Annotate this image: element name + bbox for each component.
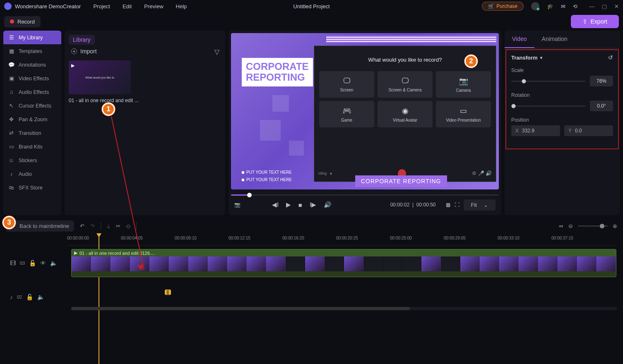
library-panel: Library ▽ + Import ▶ What would you like… — [65, 31, 225, 215]
main-area: ☰My Library ▦Templates 💬Annotations ▣Vid… — [0, 31, 623, 215]
main-menu: Project Edit Preview Help — [93, 3, 187, 10]
undo-icon[interactable]: ↶ — [80, 223, 84, 229]
sidebar-item-label: SFX Store — [19, 185, 43, 191]
purchase-button[interactable]: 🛒 Purchase — [482, 2, 524, 11]
rotation-label: Rotation — [511, 92, 613, 98]
record-button[interactable]: Record — [4, 16, 41, 27]
lock-icon[interactable]: 🔓 — [29, 260, 36, 266]
preview-canvas[interactable]: CORPORATEREPORTING PUT YOUR TEXT HERE PU… — [231, 33, 499, 189]
stop-icon[interactable]: ■ — [298, 201, 302, 208]
ruler-tick: 00:00:12:15 — [229, 236, 250, 240]
import-button[interactable]: + Import — [69, 45, 221, 58]
minimize-icon[interactable]: — — [589, 3, 594, 10]
fit-dropdown[interactable]: Fit ⌄ — [464, 199, 496, 211]
crop-icon[interactable]: ⟂ — [107, 223, 110, 229]
zoom-slider[interactable] — [578, 225, 608, 227]
ruler-tick: 00:00:04:05 — [121, 236, 143, 240]
tab-video[interactable]: Video — [505, 31, 534, 48]
sidebar-item-templates[interactable]: ▦Templates — [3, 44, 61, 58]
eye-icon[interactable]: 👁 — [40, 260, 46, 266]
filter-icon[interactable]: ▽ — [214, 48, 219, 56]
sidebar-item-transition[interactable]: ⇄Transition — [3, 126, 61, 140]
camera-icon: 📷 — [459, 77, 468, 86]
music-icon: ♪ — [10, 294, 13, 300]
back-label: Back to maintimeline — [19, 223, 69, 229]
position-y-field[interactable]: Y0.0 — [564, 125, 613, 136]
track-number: 03 — [20, 261, 25, 266]
reset-icon[interactable]: ↺ — [608, 54, 613, 61]
mail-icon[interactable]: ✉ — [561, 3, 565, 10]
rec-option-screencamera: 🖵Screen & Camera — [378, 71, 433, 98]
avatar-icon: ◉ — [402, 106, 409, 115]
properties-panel: Video Animation Transform ▾ ↺ Scale 76% … — [505, 31, 620, 215]
menu-edit[interactable]: Edit — [123, 3, 132, 10]
split-icon[interactable]: ✂ — [116, 223, 120, 229]
mute-icon[interactable]: 🔈 — [37, 294, 44, 300]
export-button[interactable]: ⇪ Export — [571, 15, 619, 28]
menu-project[interactable]: Project — [93, 3, 110, 10]
back-button[interactable]: ← Back to maintimeline — [6, 220, 74, 232]
marker-icon[interactable]: ◇ — [126, 223, 130, 229]
chevron-down-icon[interactable]: ▾ — [540, 55, 542, 60]
position-x-field[interactable]: X332.9 — [511, 125, 560, 136]
timeline: 00:00:00:0000:00:04:0500:00:08:1000:00:1… — [0, 234, 623, 310]
menu-preview[interactable]: Preview — [144, 3, 163, 10]
ruler-tick: 00:00:29:05 — [444, 236, 466, 240]
sidebar-item-mylibrary[interactable]: ☰My Library — [3, 31, 61, 44]
lock-icon[interactable]: 🔓 — [26, 294, 33, 300]
redo-icon[interactable]: ↷ — [90, 223, 95, 229]
clip-name: 01 - all in one record and edit ... — [69, 98, 221, 103]
sidebar-item-cursoreffects[interactable]: ↖Cursor Effects — [3, 99, 61, 113]
next-frame-icon[interactable]: Ⅰ▶ — [310, 201, 316, 208]
scrub-bar[interactable] — [231, 193, 499, 197]
graduation-icon[interactable]: 🎓 — [547, 3, 553, 10]
fullscreen-icon[interactable]: ⛶ — [455, 202, 459, 208]
close-icon[interactable]: ✕ — [614, 3, 619, 10]
scale-value[interactable]: 76% — [590, 76, 613, 86]
audio-track: ♪ 02 🔓 🔈 — [6, 290, 617, 304]
play-icon[interactable]: ▶ — [286, 201, 291, 208]
scale-slider[interactable] — [511, 81, 586, 82]
timeline-clip[interactable]: ▶01 - all in one record and edit 0126...… — [71, 249, 616, 277]
ruler-tick: 00:00:20:25 — [336, 236, 358, 240]
cursor-icon: ↖ — [8, 103, 14, 109]
mute-icon[interactable]: 🔈 — [50, 260, 57, 266]
tab-animation[interactable]: Animation — [534, 31, 575, 48]
rotation-value[interactable]: 0.0° — [590, 101, 613, 111]
prev-frame-icon[interactable]: ◀Ⅰ — [272, 201, 279, 208]
zoom-out-icon[interactable]: ⊖ — [568, 223, 573, 229]
grid-icon[interactable]: ▦ — [446, 202, 450, 208]
snapshot-icon[interactable]: 📷 — [234, 202, 241, 208]
timeline-scrollbar[interactable] — [71, 307, 617, 310]
sidebar-item-label: Templates — [19, 48, 42, 54]
sidebar-item-sfxstore[interactable]: 🛍SFX Store — [3, 181, 61, 194]
sidebar-item-label: Video Effects — [19, 76, 49, 81]
sidebar-item-videoeffects[interactable]: ▣Video Effects — [3, 72, 61, 85]
library-tab[interactable]: Library — [69, 35, 95, 45]
maximize-icon[interactable]: ▢ — [602, 3, 607, 10]
clip-thumbnail[interactable]: ▶ What would you like to — [69, 60, 131, 94]
sidebar-item-audio[interactable]: ♪Audio — [3, 167, 61, 181]
callout-3: 3 — [2, 216, 16, 229]
import-label: Import — [80, 48, 97, 55]
sidebar-item-annotations[interactable]: 💬Annotations — [3, 58, 61, 72]
user-avatar-icon[interactable] — [531, 2, 539, 10]
export-icon: ⇪ — [582, 18, 587, 25]
sidebar-item-label: My Library — [19, 35, 43, 41]
volume-icon[interactable]: 🔊 — [324, 201, 332, 208]
headset-icon[interactable]: ⟲ — [573, 3, 577, 10]
rotation-slider[interactable] — [511, 105, 586, 107]
move-icon: ✥ — [8, 116, 14, 122]
fit-width-icon[interactable]: ⇔ — [559, 223, 563, 229]
sidebar-item-audioeffects[interactable]: ♫Audio Effects — [3, 85, 61, 99]
sidebar-item-panzoom[interactable]: ✥Pan & Zoom — [3, 113, 61, 126]
stripe-decoration — [326, 36, 496, 43]
zoom-in-icon[interactable]: ⊕ — [613, 223, 617, 229]
sidebar-item-brandkits[interactable]: ▭Brand Kits — [3, 140, 61, 153]
sidebar-item-label: Cursor Effects — [19, 103, 51, 109]
callout-2: 2 — [464, 55, 478, 68]
clip-icon: ▶ — [74, 250, 77, 256]
menu-help[interactable]: Help — [176, 3, 187, 10]
timeline-ruler[interactable]: 00:00:00:0000:00:04:0500:00:08:1000:00:1… — [67, 234, 617, 246]
sidebar-item-stickers[interactable]: ☺Stickers — [3, 153, 61, 167]
